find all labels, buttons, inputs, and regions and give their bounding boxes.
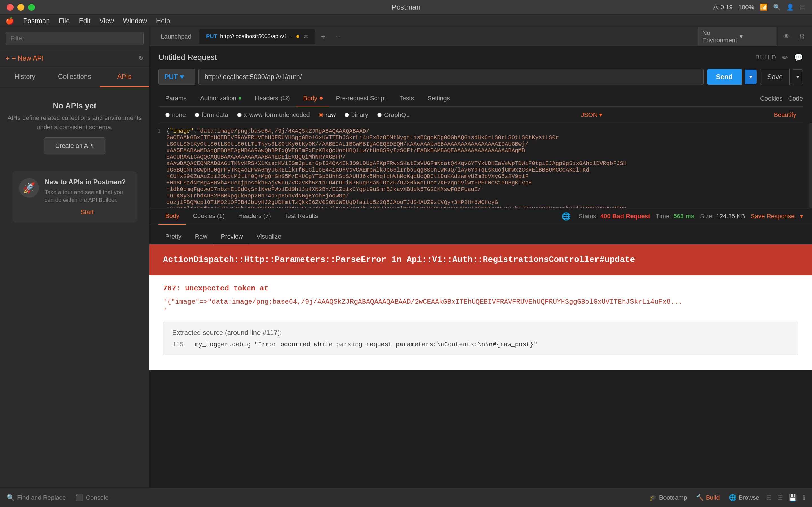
apple-menu[interactable]: 🍎 [6, 17, 14, 25]
active-request-tab[interactable]: PUT http://localhost:5000/api/v1/au... ✕ [199, 29, 315, 44]
add-tab-button[interactable]: + [316, 32, 330, 41]
menu-help[interactable]: Help [156, 17, 170, 25]
binary-radio[interactable] [345, 113, 349, 117]
resp-tab-headers[interactable]: Headers (7) [232, 208, 278, 225]
graphql-radio[interactable] [377, 113, 382, 117]
auth-label: Authorization [200, 95, 236, 102]
source-code: my_logger.debug "Error occurred while pa… [195, 341, 538, 348]
tab-headers[interactable]: Headers (12) [248, 91, 296, 107]
view-tab-preview[interactable]: Preview [214, 230, 250, 244]
tab-close-icon[interactable]: ✕ [304, 33, 308, 40]
form-data-radio[interactable] [195, 113, 199, 117]
eye-icon[interactable]: 👁 [781, 31, 792, 43]
view-tab-raw[interactable]: Raw [188, 230, 214, 244]
json-selector[interactable]: JSON ▾ [581, 111, 603, 119]
code-editor-scrollbar[interactable] [809, 123, 812, 208]
user-icon[interactable]: 👤 [786, 4, 794, 11]
globe-icon[interactable]: 🌐 [559, 210, 573, 223]
environment-selector[interactable]: No Environment ▾ [698, 27, 776, 47]
minimize-button[interactable] [17, 4, 24, 11]
save-response-chevron[interactable]: ▾ [800, 213, 803, 220]
line-number-9 [149, 180, 166, 186]
console-icon: ⬛ [75, 494, 83, 501]
close-button[interactable] [7, 4, 13, 11]
send-dropdown-button[interactable]: ▾ [745, 69, 757, 84]
none-radio[interactable] [165, 113, 170, 117]
code-editor[interactable]: 1 {"image":"data:image/png;base64,/9j/4A… [149, 123, 812, 208]
visualize-label: Visualize [257, 233, 282, 240]
line-number-7 [149, 167, 166, 173]
resp-tab-tests[interactable]: Test Results [278, 208, 325, 225]
menu-file[interactable]: File [59, 17, 70, 25]
option-binary[interactable]: binary [345, 111, 368, 119]
launchpad-tab[interactable]: Launchpad [154, 29, 198, 44]
create-api-button[interactable]: Create an API [44, 137, 105, 154]
cookies-link[interactable]: Cookies [760, 95, 782, 102]
build-nav[interactable]: 🔨 Build [696, 494, 720, 501]
tab-params[interactable]: Params [158, 91, 193, 107]
code-content-4: xAA5EAABAwMDAqQEBQMEAgMBAARAwQhBRIxQVEGI… [166, 147, 812, 154]
promo-start-button[interactable]: Start [45, 209, 130, 216]
refresh-icon[interactable]: ↻ [139, 55, 144, 62]
more-tabs-button[interactable]: ··· [331, 33, 345, 40]
option-raw[interactable]: raw [319, 111, 336, 119]
sidebar-tab-collections[interactable]: Collections [50, 67, 99, 87]
option-graphql[interactable]: GraphQL [377, 111, 410, 119]
method-selector[interactable]: PUT ▾ [158, 69, 195, 85]
new-api-button[interactable]: + + New API [6, 54, 44, 62]
filter-input[interactable] [6, 32, 144, 45]
menu-postman[interactable]: Postman [23, 17, 50, 25]
beautify-button[interactable]: Beautify [774, 111, 796, 118]
menu-view[interactable]: View [100, 17, 114, 25]
code-line-10: +ldk0cmqFgowoD7nbzhEL0d0ySxlNveFWv1Ed0h1… [149, 186, 812, 193]
tab-settings[interactable]: Settings [421, 91, 457, 107]
info-icon[interactable]: ℹ [803, 494, 805, 502]
option-form-data[interactable]: form-data [195, 111, 228, 119]
save-icon[interactable]: 💾 [789, 494, 797, 502]
save-response-button[interactable]: Save Response [751, 213, 795, 220]
tab-bar: Launchpad PUT http://localhost:5000/api/… [149, 27, 812, 46]
sidebar-tab-history[interactable]: History [0, 67, 50, 87]
app-title: Postman [392, 3, 421, 11]
layout-icon-2[interactable]: ⊟ [777, 494, 783, 502]
comment-icon[interactable]: 💬 [794, 53, 803, 62]
raw-radio[interactable] [319, 113, 323, 117]
code-link[interactable]: Code [788, 95, 803, 102]
layout-icon-1[interactable]: ⊞ [766, 494, 772, 502]
resp-tab-body[interactable]: Body [158, 208, 186, 225]
save-dropdown-button[interactable]: ▾ [793, 69, 803, 84]
edit-icon[interactable]: ✏ [782, 53, 788, 62]
url-input[interactable] [199, 69, 704, 85]
tab-method-badge: PUT [206, 33, 217, 40]
send-button[interactable]: Send [707, 69, 742, 85]
promo-desc: Take a tour and see all that you can do … [45, 188, 130, 204]
save-button[interactable]: Save [760, 69, 790, 85]
line-number-13 [149, 206, 166, 208]
sidebar-tab-apis[interactable]: APIs [100, 67, 149, 87]
request-title-row: Untitled Request BUILD ✏ 💬 [158, 53, 803, 62]
build-icon: 🔨 [696, 494, 704, 501]
urlencoded-radio[interactable] [237, 113, 242, 117]
browse-nav[interactable]: 🌐 Browse [729, 494, 759, 501]
console-button[interactable]: Console [86, 494, 109, 501]
menu-edit[interactable]: Edit [79, 17, 90, 25]
traffic-lights [7, 4, 35, 11]
params-label: Params [165, 95, 187, 102]
magnifier-icon[interactable]: 🔍 [773, 4, 781, 11]
view-tab-pretty[interactable]: Pretty [158, 230, 188, 244]
menu-window[interactable]: Window [123, 17, 147, 25]
resp-tab-cookies[interactable]: Cookies (1) [186, 208, 231, 225]
tab-tests[interactable]: Tests [393, 91, 421, 107]
view-tab-visualize[interactable]: Visualize [250, 230, 288, 244]
option-urlencoded[interactable]: x-www-form-urlencoded [237, 111, 310, 119]
tab-body[interactable]: Body [296, 91, 329, 107]
maximize-button[interactable] [28, 4, 35, 11]
menubar: 🍎 Postman File Edit View Window Help [0, 15, 812, 27]
settings-icon[interactable]: ⚙ [797, 31, 808, 43]
tab-authorization[interactable]: Authorization [193, 91, 248, 107]
tab-pre-request[interactable]: Pre-request Script [329, 91, 393, 107]
find-replace-button[interactable]: Find and Replace [17, 494, 66, 501]
menu-icon[interactable]: ☰ [800, 4, 805, 11]
option-none[interactable]: none [165, 111, 186, 119]
bootcamp-nav[interactable]: 🎓 Bootcamp [649, 494, 687, 501]
